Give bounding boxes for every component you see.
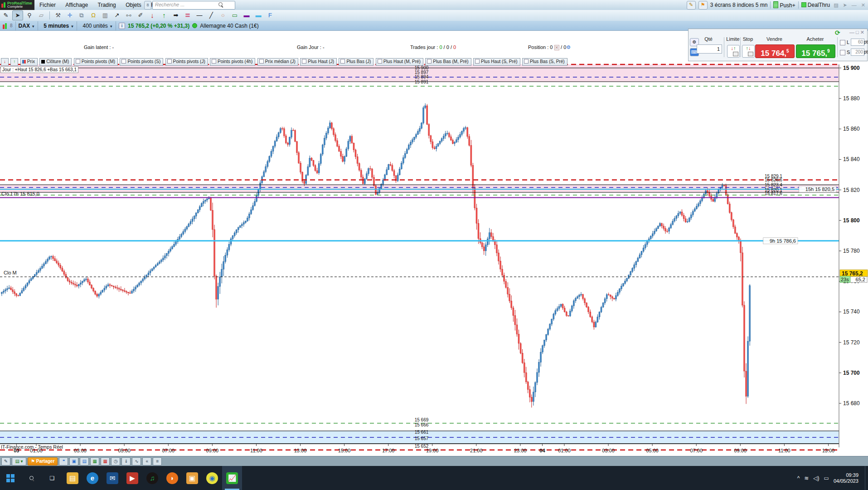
chart-mini-icon[interactable]: ∿ xyxy=(132,457,141,466)
push-button[interactable]: Push+ xyxy=(773,1,795,9)
channel-icon[interactable]: 〓 xyxy=(182,10,193,20)
taskbar-app-spotify[interactable]: ♫ xyxy=(142,466,162,490)
cyan-line-icon[interactable]: ▬ xyxy=(253,10,264,20)
tab-points-pivots-4h[interactable]: Points pivots (4h) xyxy=(210,58,255,66)
ruler-icon[interactable]: ▱ xyxy=(36,10,47,20)
chart-select-icon[interactable]: ▤ ▾ xyxy=(12,457,26,466)
tab-plus-bas-s-pre[interactable]: Plus Bas (S, Pré) xyxy=(522,58,567,66)
refresh-icon[interactable]: ⟳ xyxy=(835,29,840,36)
taskbar-app-media-app[interactable]: ▶ xyxy=(122,466,142,490)
move-icon[interactable]: ✛ xyxy=(64,10,75,20)
limit-pts-input[interactable]: 60 xyxy=(851,39,864,46)
volume-icon[interactable]: ◁) xyxy=(813,475,819,481)
stop-pts-input[interactable]: 200 xyxy=(851,49,864,56)
qty-input[interactable]: 1 xyxy=(697,44,722,54)
timeframe-select[interactable]: 5 minutes ▼ xyxy=(41,21,77,30)
network-icon[interactable]: ≋ xyxy=(804,475,809,481)
panel-blue-icon[interactable]: ▣ xyxy=(69,457,78,466)
scroll-up-button[interactable]: ↑ xyxy=(10,58,18,66)
position-settings-icon[interactable]: ⚙ xyxy=(566,44,571,50)
info-icon[interactable]: i xyxy=(119,23,125,29)
tab-plus-haut-j[interactable]: Plus Haut (J) xyxy=(300,58,337,66)
hline-icon[interactable]: — xyxy=(194,10,205,20)
task-view-icon[interactable]: ❏ xyxy=(42,466,63,490)
tab-points-pivots-j[interactable]: Points pivots (J) xyxy=(165,58,208,66)
table-green-icon[interactable]: ▦ xyxy=(90,457,99,466)
minimize-icon[interactable]: — xyxy=(851,2,858,8)
clock-icon[interactable]: ◷ xyxy=(111,457,120,466)
menu-affichage[interactable]: Affichage xyxy=(61,0,92,10)
taskbar-app-edge-browser[interactable]: e xyxy=(82,466,102,490)
edit-chart-icon[interactable]: ✎ xyxy=(687,1,696,10)
tab-points-pivots-s[interactable]: Points pivots (S) xyxy=(120,58,163,66)
table-redgreen-icon[interactable]: ▦ xyxy=(101,457,110,466)
share-button[interactable]: ⚑ Partager xyxy=(28,457,58,466)
show-desktop-button[interactable] xyxy=(865,466,868,490)
arrow-up-green-icon[interactable]: ↑ xyxy=(159,10,170,20)
flag-icon[interactable]: ⚑ xyxy=(698,1,708,10)
arrow-down-red-icon[interactable]: ↓ xyxy=(147,10,158,20)
scroll-down-button[interactable]: ↓ xyxy=(1,58,9,66)
battery-icon[interactable]: ▭ xyxy=(824,475,829,481)
fibonacci-icon[interactable]: F xyxy=(265,10,276,20)
limit-order-button[interactable]: ↓↑ xyxy=(727,45,740,58)
zoom-icon[interactable]: ⚲ xyxy=(24,10,35,20)
menu-trading[interactable]: Trading xyxy=(94,0,120,10)
search-input[interactable]: Recherche ... xyxy=(152,1,235,10)
sell-button[interactable]: 15 764,5 xyxy=(755,44,795,58)
download-icon[interactable]: ⇓ xyxy=(121,457,131,466)
cursor-icon[interactable]: ➤ xyxy=(12,10,23,20)
tab-prix[interactable]: Prix xyxy=(20,58,38,66)
buy-button[interactable]: 15 765,9 xyxy=(796,44,835,58)
price-chart[interactable]: 15 90015 88015 86015 84015 82015 80015 7… xyxy=(0,64,868,456)
menu-icon[interactable]: ≡ xyxy=(153,457,162,466)
tline-icon[interactable]: ╱ xyxy=(206,10,217,20)
trash-icon[interactable]: ▥ xyxy=(100,10,111,20)
units-select[interactable]: 400 unités ▼ xyxy=(80,21,116,30)
rect-icon[interactable]: ▭ xyxy=(229,10,240,20)
pencil-line-icon[interactable]: ✐ xyxy=(135,10,146,20)
panel-close-icon[interactable]: ✕ xyxy=(860,29,864,35)
tab-plus-haut-s-pre[interactable]: Plus Haut (S, Pré) xyxy=(473,58,520,66)
panel-maximize-icon[interactable]: □ xyxy=(856,29,859,35)
tray-expand-icon[interactable]: ^ xyxy=(797,475,800,481)
menu-fichier[interactable]: Fichier xyxy=(35,0,60,10)
pin-icon[interactable]: ➤ xyxy=(842,2,848,8)
arrow-right-icon[interactable]: ➡ xyxy=(170,10,181,20)
tab-plus-haut-m-pre[interactable]: Plus Haut (M, Pré) xyxy=(376,58,423,66)
tab-plus-bas-m-pre[interactable]: Plus Bas (M, Pré) xyxy=(425,58,471,66)
tab-points-pivots-m[interactable]: Points pivots (M) xyxy=(74,58,118,66)
trend-arrow-icon[interactable]: ↗ xyxy=(112,10,122,20)
tab-prix-median-j[interactable]: Prix médian (J) xyxy=(257,58,298,66)
panel-minimize-icon[interactable]: — xyxy=(849,29,854,35)
copy-icon[interactable]: ⧉ xyxy=(76,10,87,20)
dealthru-button[interactable]: DealThru xyxy=(801,2,830,8)
taskbar-app-chrome-browser[interactable]: ◉ xyxy=(202,466,222,490)
taskbar-search-icon[interactable] xyxy=(21,466,42,490)
close-icon[interactable]: ✕ xyxy=(860,2,866,8)
taskbar-clock[interactable]: 09:39 04/05/2023 xyxy=(834,472,858,484)
instrument-select[interactable]: DAX ▼ xyxy=(15,21,39,30)
taskbar-app-file-explorer[interactable]: ▤ xyxy=(63,466,82,490)
pen-icon[interactable]: ✎ xyxy=(1,457,10,466)
taskbar-app-firefox-browser[interactable]: ◗ xyxy=(162,466,182,490)
taskbar-app-files-app[interactable]: ▣ xyxy=(182,466,202,490)
candlestick-icon[interactable] xyxy=(3,23,7,29)
list-icon[interactable]: ▤ xyxy=(80,457,89,466)
chat-icon[interactable]: ❝ xyxy=(59,457,68,466)
tab-plus-bas-j[interactable]: Plus Bas (J) xyxy=(339,58,373,66)
tools-icon[interactable]: ⚒ xyxy=(53,10,63,20)
alarm-icon[interactable]: Ω xyxy=(88,10,99,20)
restore-icon[interactable]: ▨ xyxy=(833,2,839,8)
stop-order-button[interactable]: ↑↓ xyxy=(742,45,755,58)
link-instrument-icon[interactable]: 8 xyxy=(10,23,13,28)
limit-checkbox[interactable] xyxy=(840,40,845,45)
taskbar-app-prorealtime-app[interactable]: 📈 xyxy=(222,466,242,490)
draw-pencil-icon[interactable]: ✎ xyxy=(0,10,11,20)
purple-line-icon[interactable]: ▬ xyxy=(241,10,252,20)
taskbar-app-mail-app[interactable]: ✉ xyxy=(102,466,122,490)
menu-objets[interactable]: Objets xyxy=(121,0,145,10)
workspace-label[interactable]: 3 écrans 8 indices 5 mn xyxy=(710,2,768,8)
start-button[interactable] xyxy=(0,466,21,490)
close-position-icon[interactable]: ✕ xyxy=(554,45,560,50)
